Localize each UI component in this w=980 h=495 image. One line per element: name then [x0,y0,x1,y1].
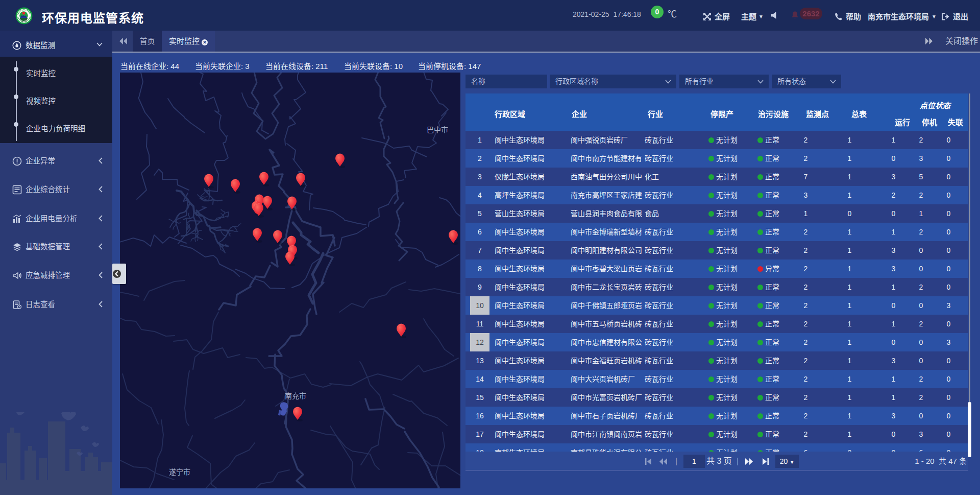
svg-text:南充市: 南充市 [285,392,306,400]
svg-text:巴中市: 巴中市 [427,126,448,134]
svg-text:遂宁市: 遂宁市 [169,468,190,476]
